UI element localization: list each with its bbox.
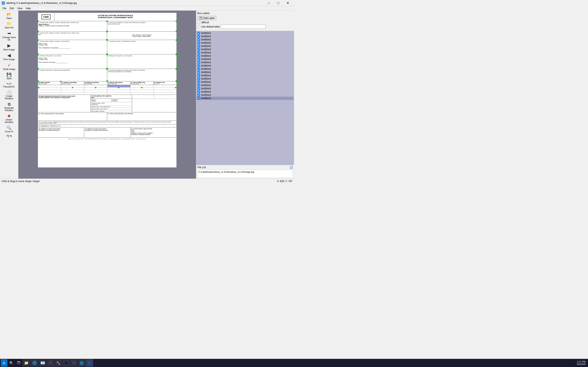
delete-rect-box-icon: ✖ <box>7 114 11 118</box>
menu-edit[interactable]: Edit <box>8 7 16 10</box>
duplicate-rect-box-button[interactable]: ⧉ Duplicate RectBox <box>1 101 17 113</box>
canvas-area[interactable]: CMR LETTRE DE VOITURE INTERNATIONALE INT… <box>18 11 196 179</box>
cell-6-label: 6. Carrier (name, address, country, othe… <box>108 22 176 25</box>
create-rect-box-icon: ⬜ <box>7 90 12 94</box>
document-view: CMR LETTRE DE VOITURE INTERNATIONALE INT… <box>38 13 177 167</box>
menu-view[interactable]: View <box>16 7 24 10</box>
menu-help[interactable]: Help <box>24 7 33 10</box>
prev-image-label: Prev Image <box>3 58 15 60</box>
zoom-down-icon[interactable]: ˅ <box>8 137 9 140</box>
title-bar: L labelImg C:\LabelImg\windows_v1.8.0\wi… <box>0 0 294 6</box>
list-item-selected[interactable]: textblock <box>197 97 294 100</box>
maximize-button[interactable]: □ <box>274 0 283 6</box>
verify-image-button[interactable]: ✓ Verify Image <box>1 62 17 71</box>
file-list-item[interactable]: C:\LabelImg\windows_v1.8.0\windows_v1.8.… <box>198 170 292 174</box>
cell-1-label: 1. Sender (name, address, country) / Exp… <box>39 22 106 23</box>
col-15-sub: Volum m3 <box>154 83 176 84</box>
list-item[interactable]: textblock <box>197 58 294 61</box>
file-list-title: File List <box>198 166 206 169</box>
window-controls[interactable]: ─ □ ✕ <box>264 0 292 6</box>
main-area: 📂 Open 📁 Open Dir ➡ Change Save Dir ▶ Ne… <box>0 11 294 179</box>
col-15-label: 15. Volume in m3 <box>154 82 176 83</box>
zoom-in-button[interactable]: 🔍 Zoom In <box>1 125 17 134</box>
list-item[interactable]: textblock <box>197 90 294 93</box>
use-default-label-text: Use default label <box>201 25 219 28</box>
file-list-refresh-icon[interactable]: 🔄 <box>290 166 293 169</box>
change-save-dir-button[interactable]: ➡ Change Save Dir <box>1 30 17 42</box>
prev-image-icon: ◀ <box>7 53 11 58</box>
list-item[interactable]: textblock <box>197 80 294 83</box>
list-item[interactable]: textblock <box>197 61 294 64</box>
list-item[interactable]: textblock <box>197 64 294 67</box>
difficult-row: difficult <box>198 21 293 24</box>
col-12-label: 12. Method of packing <box>85 82 107 83</box>
status-bar: Click & drag to move shape 'nteger' X: 8… <box>0 179 294 184</box>
status-message: Click & drag to move shape 'nteger' <box>2 180 40 183</box>
use-default-label-checkbox[interactable] <box>198 25 200 28</box>
list-item[interactable]: textblock <box>197 83 294 87</box>
cell-1-content: Rage SolutionsStrada 1, Tg Mures, Mures,… <box>39 24 106 26</box>
open-icon: 📂 <box>7 12 12 17</box>
save-button[interactable]: 💾 Save <box>1 72 17 81</box>
open-button[interactable]: 📂 Open <box>1 11 17 20</box>
list-item[interactable]: textblock <box>197 51 294 54</box>
verify-image-icon: ✓ <box>7 63 11 67</box>
next-image-icon: ▶ <box>7 43 11 48</box>
cell-19: 19. Other useful particulars / Alte info… <box>107 112 176 120</box>
window-title: labelImg C:\LabelImg\windows_v1.8.0\wind… <box>6 2 77 4</box>
open-dir-label: Open Dir <box>4 26 13 29</box>
col-14-label: 14. Gross weight in kg <box>131 82 153 83</box>
list-item[interactable]: textblock <box>197 31 294 35</box>
default-label-input[interactable] <box>221 25 266 29</box>
difficult-checkbox[interactable] <box>198 21 200 24</box>
file-list-section: File List 🔄 C:\LabelImg\windows_v1.8.0\w… <box>196 165 294 179</box>
next-image-label: Next Image <box>3 48 15 51</box>
change-save-dir-label: Change Save Dir <box>2 36 17 41</box>
col-10-sub: Marci si numere <box>38 83 61 84</box>
list-item[interactable]: textblock <box>197 35 294 38</box>
cell-3-content: Place / Locul:Country / Tara:Time of dep… <box>39 43 106 49</box>
zoom-level: 76 % ˅ <box>6 134 12 141</box>
duplicate-rect-box-icon: ⧉ <box>8 102 11 106</box>
labels-list[interactable]: textblock textblock textblock textblock … <box>196 31 294 165</box>
change-save-dir-icon: ➡ <box>7 31 11 36</box>
open-dir-button[interactable]: 📁 Open Dir <box>1 21 17 30</box>
next-image-button[interactable]: ▶ Next Image <box>1 42 17 52</box>
pascal-voc-button[interactable]: </> PascalVOC <box>1 81 17 89</box>
col-13-sub: Natura marfurilor <box>108 83 130 84</box>
pascal-voc-label: PascalVOC <box>3 85 15 88</box>
doc-footer: http:// cmr.transportator.info © 2013 CM… <box>38 138 176 140</box>
list-item[interactable]: textblock <box>197 38 294 41</box>
cell-23: 23. Signature or stamp of the carrier /S… <box>84 127 130 137</box>
minimize-button[interactable]: ─ <box>264 0 274 6</box>
list-item[interactable]: textblock <box>197 93 294 97</box>
list-item[interactable]: textblock <box>197 77 294 80</box>
cell-3-label: 3. Sender (name, address, country) / Loc… <box>39 41 106 42</box>
list-item[interactable]: textblock <box>197 87 294 90</box>
list-item[interactable]: textblock <box>197 67 294 71</box>
col-10-label: 10. Marks and Nos <box>38 82 61 83</box>
col-11-label: 11. Number of packages <box>61 82 84 83</box>
create-rect-box-button[interactable]: ⬜ Create RectBox <box>1 89 17 101</box>
list-item[interactable]: textblock <box>197 41 294 44</box>
doc-title-line1: LETTRE DE VOITURE INTERNATIONALE <box>56 15 175 17</box>
list-item[interactable]: textblock <box>197 44 294 48</box>
list-item[interactable]: textblock <box>197 54 294 58</box>
list-item[interactable]: textblock <box>197 48 294 51</box>
delete-rect-box-button[interactable]: ✖ Delete RectBox <box>1 113 17 124</box>
zoom-in-icon: 🔍 <box>7 126 12 130</box>
difficult-label: difficult <box>201 21 209 24</box>
cell-8-label: 8.Taking over the goods: / Locul incarca… <box>108 55 176 57</box>
cell-4-label: 4. Delivery of the goods: / Locul livrar… <box>39 55 106 57</box>
list-item[interactable]: textblock <box>197 74 294 77</box>
cell-18: 18. Other useful particulars / Alte info… <box>38 112 107 120</box>
prev-image-button[interactable]: ◀ Prev Image <box>1 52 17 62</box>
close-button[interactable]: ✕ <box>283 0 292 6</box>
edit-label-button[interactable]: ✎ Edit Label <box>198 16 216 20</box>
col-13-label: 13. Nature of the goods <box>108 82 130 83</box>
menu-file[interactable]: File <box>1 7 8 10</box>
use-default-label-row: Use default label <box>198 25 293 29</box>
save-icon: 💾 <box>7 73 12 77</box>
list-item[interactable]: textblock <box>197 71 294 74</box>
col-12-sub: Mod ambalare <box>85 83 107 84</box>
